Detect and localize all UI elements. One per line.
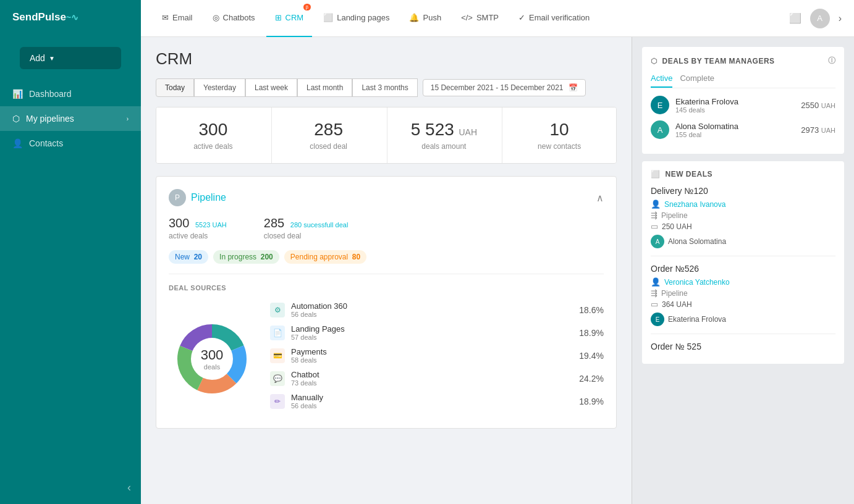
pipeline-active-amount: 5523 UAH (195, 221, 227, 229)
contact-icon-2: 👤 (651, 277, 661, 287)
sidebar-item-pipelines[interactable]: ⬡ My pipelines › (0, 106, 141, 131)
manager-amount-ekaterina: 2550 UAH (801, 101, 835, 110)
calendar-icon: 📅 (569, 83, 578, 92)
stat-active-deals-number: 300 (171, 120, 255, 140)
source-pct-payments: 19.4% (579, 351, 604, 361)
source-deals-manually: 56 deals (291, 402, 573, 410)
email-icon: ✉ (162, 13, 169, 22)
deal-card-delivery-120: Delivery №120 👤 Snezhana Ivanova ⇶ Pipel… (651, 186, 835, 256)
tab-crm[interactable]: ⊞ CRM β (266, 0, 313, 37)
chatbots-icon: ◎ (213, 13, 219, 22)
manager-tab-active[interactable]: Active (651, 74, 672, 88)
sources-list: ⚙ Automation 360 56 deals 18.6% 📄 Landin… (270, 301, 604, 416)
smtp-icon: </> (461, 13, 473, 22)
source-info-landing-pages: Landing Pages 57 deals (291, 324, 573, 341)
email-verification-icon: ✓ (518, 13, 525, 22)
stats-row: 300 active deals 285 closed deal 5 523 U… (156, 107, 617, 164)
pipeline-title-group: P Pipeline (169, 189, 226, 206)
topnav-right: ⬜ A › (789, 9, 842, 28)
crm-icon: ⊞ (275, 13, 282, 22)
sidebar-collapse-button[interactable]: ‹ (0, 471, 141, 504)
tab-smtp-label: SMTP (476, 13, 499, 22)
pipeline-closed-stat: 285 280 sucessfull deal closed deal (264, 216, 349, 240)
add-button-arrow: ▼ (49, 55, 55, 62)
sidebar-item-pipelines-label: My pipelines (26, 114, 74, 124)
deal-card-order-525: Order № 525 (651, 342, 835, 351)
pipelines-arrow-icon: › (127, 116, 129, 122)
deal-contact-order-526: 👤 Veronica Yatchenko (651, 277, 835, 287)
deals-by-managers-header: ⬡ DEALS BY TEAM MANAGERS ⓘ (651, 56, 835, 66)
manager-info-alona: Alona Solomatina 155 deal (675, 122, 795, 138)
pipeline-header: P Pipeline ∧ (169, 189, 604, 206)
deals-managers-title: DEALS BY TEAM MANAGERS (662, 57, 775, 65)
source-name-automation: Automation 360 (291, 301, 573, 311)
more-options-button[interactable]: › (839, 13, 842, 24)
top-navigation: ✉ Email ◎ Chatbots ⊞ CRM β ⬜ Landing pag… (141, 0, 854, 37)
pipeline-active-count: 300 (169, 216, 189, 230)
stat-closed-deals: 285 closed deal (271, 107, 386, 163)
source-icon-payments: 💳 (270, 348, 285, 363)
deal-amount-order-526: ▭ 364 UAH (651, 300, 835, 309)
filter-tab-last-month[interactable]: Last month (297, 78, 352, 97)
source-icon-landing-pages: 📄 (270, 326, 285, 340)
pipeline-closed-sub: 280 sucessfull deal (290, 221, 349, 229)
manager-amount-alona: 2973 UAH (801, 125, 835, 135)
pipeline-avatar: P (169, 189, 186, 206)
source-name-manually: Manually (291, 393, 573, 402)
landing-pages-icon: ⬜ (323, 13, 333, 22)
source-row-payments: 💳 Payments 58 deals 19.4% (270, 347, 604, 364)
source-pct-automation: 18.6% (579, 305, 604, 315)
pipeline-collapse-button[interactable]: ∧ (596, 192, 604, 204)
manager-sub-ekaterina: 145 deals (675, 106, 795, 114)
info-icon: ⓘ (828, 56, 836, 66)
deals-by-managers-panel: ⬡ DEALS BY TEAM MANAGERS ⓘ Active Comple… (642, 47, 844, 154)
deal-assignee-order-526: E Ekaterina Frolova (651, 313, 835, 326)
stat-deals-amount-number: 5 523 UAH (402, 120, 486, 140)
sidebar-item-dashboard[interactable]: 📊 Dashboard (0, 82, 141, 106)
beta-badge: β (303, 4, 311, 10)
add-button[interactable]: Add ▼ (20, 47, 121, 69)
tab-chatbots[interactable]: ◎ Chatbots (204, 0, 264, 37)
tab-email[interactable]: ✉ Email (153, 0, 201, 37)
add-button-label: Add (30, 53, 45, 63)
tab-landing-pages-label: Landing pages (337, 13, 389, 22)
manager-tabs: Active Complete (651, 74, 835, 88)
device-icon-button[interactable]: ⬜ (789, 12, 801, 24)
tab-landing-pages[interactable]: ⬜ Landing pages (315, 0, 398, 37)
tab-push[interactable]: 🔔 Push (400, 0, 450, 37)
tag-new: New 20 (169, 250, 208, 264)
tab-smtp[interactable]: </> SMTP (452, 0, 507, 37)
deal-pipeline-order-526: ⇶ Pipeline (651, 288, 835, 298)
manager-tab-complete[interactable]: Complete (680, 74, 714, 88)
pipeline-active-label: active deals (169, 232, 227, 240)
stat-new-contacts-number: 10 (517, 120, 601, 140)
manager-avatar-ekaterina: E (651, 96, 669, 114)
source-name-landing-pages: Landing Pages (291, 324, 573, 334)
sidebar-item-contacts[interactable]: 👤 Contacts (0, 131, 141, 156)
filter-tab-last-3-months[interactable]: Last 3 months (352, 78, 417, 97)
source-info-payments: Payments 58 deals (291, 347, 573, 364)
source-info-manually: Manually 56 deals (291, 393, 573, 410)
logo-text: SendPulse~∿ (12, 11, 78, 23)
source-pct-landing-pages: 18.9% (579, 328, 604, 338)
assignee-avatar-ekaterina: E (651, 313, 664, 326)
tab-email-verification[interactable]: ✓ Email verification (510, 0, 598, 37)
deal-assignee-delivery-120: A Alona Solomatina (651, 235, 835, 248)
tab-chatbots-label: Chatbots (223, 13, 255, 22)
filter-tab-today[interactable]: Today (156, 78, 194, 97)
deal-name-order-525: Order № 525 (651, 342, 835, 351)
content-area: CRM Today Yesterday Last week Last month… (141, 37, 854, 504)
manager-row-ekaterina: E Ekaterina Frolova 145 deals 2550 UAH (651, 96, 835, 114)
date-range-picker[interactable]: 15 December 2021 - 15 December 2021 📅 (423, 79, 586, 96)
source-info-automation: Automation 360 56 deals (291, 301, 573, 318)
deal-pipeline-delivery-120: ⇶ Pipeline (651, 211, 835, 220)
filter-tab-last-week[interactable]: Last week (245, 78, 297, 97)
filter-tab-yesterday[interactable]: Yesterday (194, 78, 245, 97)
stat-active-deals-label: active deals (171, 142, 255, 151)
deal-sources-section: DEAL SOURCES (169, 274, 604, 416)
source-deals-automation: 56 deals (291, 311, 573, 318)
user-avatar[interactable]: A (810, 9, 830, 28)
deal-card-order-526: Order №526 👤 Veronica Yatchenko ⇶ Pipeli… (651, 264, 835, 334)
manager-row-alona: A Alona Solomatina 155 deal 2973 UAH (651, 120, 835, 139)
assignee-name-order-526: Ekaterina Frolova (668, 315, 726, 324)
